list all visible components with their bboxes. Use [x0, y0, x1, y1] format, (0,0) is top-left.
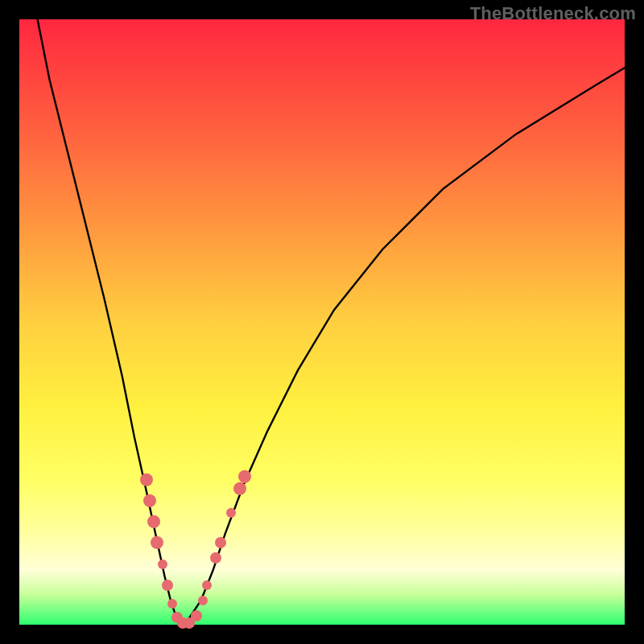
gradient-background: [19, 19, 625, 625]
watermark-text: TheBottleneck.com: [470, 3, 636, 24]
chart-frame: TheBottleneck.com: [0, 0, 644, 644]
